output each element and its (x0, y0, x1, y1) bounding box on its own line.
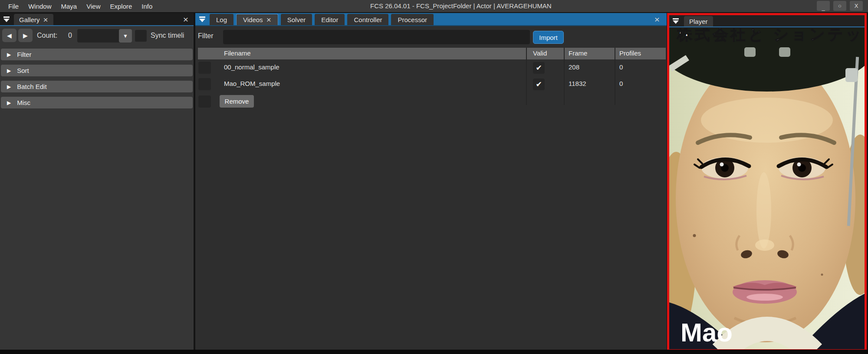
prev-button[interactable]: ◀ (2, 29, 16, 42)
tab-gallery[interactable]: Gallery × (14, 14, 53, 25)
sync-timeline-checkbox[interactable] (135, 30, 147, 42)
table-row[interactable]: Mao_ROM_sample ✔ 11832 0 (195, 76, 667, 92)
tab-solver-label: Solver (287, 16, 306, 23)
valid-check-icon[interactable]: ✔ (533, 79, 545, 90)
expand-arrow-icon: ▶ (7, 52, 11, 58)
row-select-checkbox[interactable] (198, 62, 211, 74)
section-filter-label: Filter (17, 51, 31, 58)
column-profiles[interactable]: Profiles (619, 49, 641, 57)
count-value: 0 (68, 32, 72, 39)
player-video[interactable]: 株式会社と ションテック Mao (669, 28, 865, 349)
tab-processor-label: Processor (398, 16, 427, 23)
tab-player[interactable]: Player (684, 16, 713, 26)
cell-frame: 208 (569, 63, 579, 71)
cell-frame: 11832 (569, 80, 586, 87)
filter-input[interactable] (223, 30, 530, 44)
tab-processor[interactable]: Processor (391, 14, 434, 25)
tab-controller[interactable]: Controller (347, 14, 388, 25)
menu-bar: File Window Maya View Explore Info (0, 3, 157, 10)
column-valid[interactable]: Valid (533, 49, 547, 57)
window-controls: _ ○ X (817, 1, 863, 11)
panel-menu-funnel-icon[interactable] (672, 17, 679, 24)
column-filename[interactable]: Filename (224, 49, 251, 57)
gallery-panel-close-icon[interactable]: × (183, 14, 188, 25)
import-button[interactable]: Import (533, 31, 564, 44)
row-select-checkbox[interactable] (198, 78, 211, 90)
section-batch-edit[interactable]: ▶ Batch Edit (1, 81, 193, 92)
tab-strip: Log Videos × Solver Editor Controller Pr… (210, 14, 434, 25)
cell-filename: 00_normal_sample (224, 63, 279, 71)
panel-menu-funnel-icon[interactable] (199, 16, 206, 23)
table-row[interactable]: 00_normal_sample ✔ 208 0 (195, 59, 667, 76)
videos-panel-close-icon[interactable]: × (654, 14, 660, 25)
tab-videos-label: Videos (243, 16, 263, 23)
menu-explore[interactable]: Explore (105, 3, 137, 10)
section-sort-label: Sort (17, 67, 29, 74)
player-panel: Player (667, 13, 867, 351)
tab-gallery-label: Gallery (19, 16, 40, 23)
section-sort[interactable]: ▶ Sort (1, 65, 193, 76)
check-icon: ✔ (536, 63, 542, 72)
minimize-icon: _ (822, 4, 825, 11)
maximize-button[interactable]: ○ (833, 1, 846, 11)
fcs-window: File Window Maya View Explore Info FCS 2… (0, 0, 868, 354)
expand-arrow-icon: ▶ (7, 68, 11, 74)
gallery-panel: Gallery × × ◀ ▶ Count: 0 ▼ Sync timeli ▶… (0, 13, 194, 350)
dropdown-button[interactable]: ▼ (119, 29, 132, 43)
player-tab-bar: Player (669, 15, 865, 27)
section-misc-label: Misc (17, 99, 30, 106)
filter-label: Filter (198, 32, 214, 40)
tab-player-label: Player (689, 18, 708, 25)
check-icon: ✔ (536, 80, 542, 89)
title-bar: File Window Maya View Explore Info FCS 2… (0, 0, 868, 12)
menu-window[interactable]: Window (23, 3, 56, 10)
close-button[interactable]: X (850, 1, 863, 11)
menu-file[interactable]: File (3, 3, 23, 10)
bottom-strip (0, 350, 868, 354)
chevron-down-icon: ▼ (123, 33, 128, 39)
video-caption-name: Mao (681, 318, 733, 347)
gallery-tab-bar: Gallery × × (0, 13, 194, 26)
tab-editor[interactable]: Editor (315, 14, 345, 25)
section-misc[interactable]: ▶ Misc (1, 97, 193, 108)
valid-check-icon[interactable]: ✔ (533, 62, 545, 74)
next-icon: ▶ (23, 32, 28, 39)
tab-log[interactable]: Log (210, 14, 233, 25)
prev-icon: ◀ (7, 32, 12, 39)
menu-maya[interactable]: Maya (56, 3, 82, 10)
expand-arrow-icon: ▶ (7, 100, 11, 106)
tab-editor-label: Editor (321, 16, 338, 23)
tab-log-label: Log (216, 16, 227, 23)
tab-gallery-close-icon[interactable]: × (43, 16, 48, 24)
column-frame[interactable]: Frame (569, 49, 587, 57)
cell-profiles: 0 (619, 63, 623, 71)
videos-panel: Log Videos × Solver Editor Controller Pr… (195, 13, 667, 350)
cell-filename: Mao_ROM_sample (224, 80, 280, 87)
cell-profiles: 0 (619, 80, 623, 87)
maximize-icon: ○ (838, 3, 842, 9)
panel-menu-funnel-icon[interactable] (3, 16, 10, 23)
tab-videos[interactable]: Videos × (236, 14, 278, 25)
tab-controller-label: Controller (354, 16, 382, 23)
videos-tab-bar: Log Videos × Solver Editor Controller Pr… (195, 13, 667, 26)
window-title: FCS 26.04.01 - FCS_ProjectFolder | Actor… (370, 0, 552, 12)
tab-solver[interactable]: Solver (281, 14, 312, 25)
minimize-button[interactable]: _ (817, 1, 830, 11)
count-label: Count: (37, 32, 57, 39)
menu-info[interactable]: Info (137, 3, 157, 10)
section-batch-edit-label: Batch Edit (17, 83, 46, 90)
video-caption-top: 株式会社と ションテック (676, 28, 865, 43)
next-button[interactable]: ▶ (18, 29, 33, 42)
table-header: Filename Valid Frame Profiles (198, 48, 666, 59)
remove-row: Remove (195, 93, 667, 110)
gallery-dropdown[interactable]: ▼ (77, 29, 132, 43)
sync-timeline-label: Sync timeli (151, 32, 184, 39)
tab-videos-close-icon[interactable]: × (266, 16, 271, 24)
remove-button[interactable]: Remove (220, 95, 254, 108)
close-icon: X (855, 3, 858, 9)
section-filter[interactable]: ▶ Filter (1, 49, 193, 60)
expand-arrow-icon: ▶ (7, 84, 11, 90)
row-select-checkbox[interactable] (198, 95, 211, 108)
menu-view[interactable]: View (82, 3, 105, 10)
